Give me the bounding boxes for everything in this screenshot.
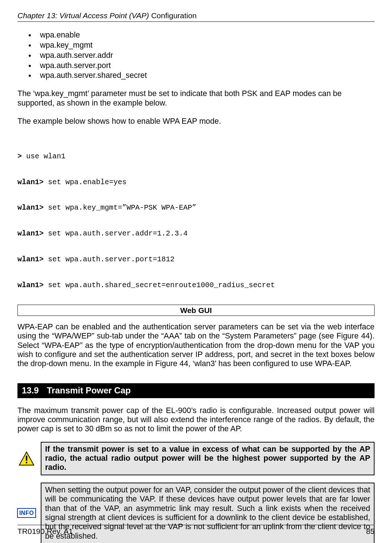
list-item: wpa.enable bbox=[28, 31, 375, 40]
list-item: wpa.key_mgmt bbox=[28, 41, 375, 50]
cli-prompt: wlan1> bbox=[17, 255, 44, 263]
section-heading: 13.9Transmit Power Cap bbox=[17, 383, 375, 398]
code-line: wlan1> set wpa.auth.server.addr=1.2.3.4 bbox=[17, 229, 375, 238]
cli-command: set wpa.enable=yes bbox=[44, 178, 127, 186]
list-item: wpa.auth.server.shared_secret bbox=[28, 71, 375, 80]
footer-page-number: 85 bbox=[366, 527, 375, 536]
cli-command: set wpa.key_mgmt=”WPA-PSK WPA-EAP” bbox=[44, 203, 196, 212]
code-line: wlan1> set wpa.auth.server.port=1812 bbox=[17, 255, 375, 264]
cli-command: use wlan1 bbox=[22, 152, 65, 160]
chapter-title-rest: Configuration bbox=[151, 11, 197, 20]
cli-command: set wpa.auth.server.port=1812 bbox=[44, 255, 175, 263]
cli-prompt: wlan1> bbox=[17, 281, 44, 289]
list-item: wpa.auth.server.addr bbox=[28, 51, 375, 60]
section-number: 13.9 bbox=[22, 385, 39, 395]
parameter-bullet-list: wpa.enable wpa.key_mgmt wpa.auth.server.… bbox=[28, 31, 375, 80]
code-line: wlan1> set wpa.auth.shared_secret=enrout… bbox=[17, 281, 375, 290]
warning-icon bbox=[17, 451, 36, 466]
warning-callout: If the transmit power is set to a value … bbox=[17, 442, 375, 475]
cli-example: > use wlan1 wlan1> set wpa.enable=yes wl… bbox=[17, 135, 375, 298]
footer-left: TR0190 Rev. A1 bbox=[17, 527, 73, 536]
cli-prompt: wlan1> bbox=[17, 178, 44, 186]
cli-command: set wpa.auth.shared_secret=enroute1000_r… bbox=[44, 281, 275, 289]
svg-rect-2 bbox=[26, 462, 27, 463]
code-line: wlan1> set wpa.key_mgmt=”WPA-PSK WPA-EAP… bbox=[17, 203, 375, 212]
section-paragraph: The maximum transmit power cap of the EL… bbox=[17, 406, 375, 434]
code-line: > use wlan1 bbox=[17, 152, 375, 161]
cli-prompt: wlan1> bbox=[17, 203, 44, 212]
page-footer: TR0190 Rev. A1 85 bbox=[17, 525, 375, 536]
cli-command: set wpa.auth.server.addr=1.2.3.4 bbox=[44, 229, 188, 238]
web-gui-heading: Web GUI bbox=[17, 305, 375, 316]
paragraph-keymgmt: The ‘wpa.key_mgmt’ parameter must be set… bbox=[17, 89, 375, 108]
paragraph-example-intro: The example below shows how to enable WP… bbox=[17, 117, 375, 126]
info-badge: INFO bbox=[17, 508, 36, 518]
cli-prompt: > bbox=[17, 152, 22, 160]
chapter-title-italic: Chapter 13: Virtual Access Point (VAP) bbox=[17, 11, 151, 20]
code-line: wlan1> set wpa.enable=yes bbox=[17, 178, 375, 187]
warning-text: If the transmit power is set to a value … bbox=[41, 442, 375, 475]
svg-rect-1 bbox=[26, 456, 27, 461]
web-gui-paragraph: WPA-EAP can be enabled and the authentic… bbox=[17, 322, 375, 369]
cli-prompt: wlan1> bbox=[17, 229, 44, 238]
list-item: wpa.auth.server.port bbox=[28, 61, 375, 71]
page-header: Chapter 13: Virtual Access Point (VAP) C… bbox=[17, 11, 375, 22]
info-icon: INFO bbox=[17, 508, 36, 518]
section-title: Transmit Power Cap bbox=[47, 385, 131, 395]
